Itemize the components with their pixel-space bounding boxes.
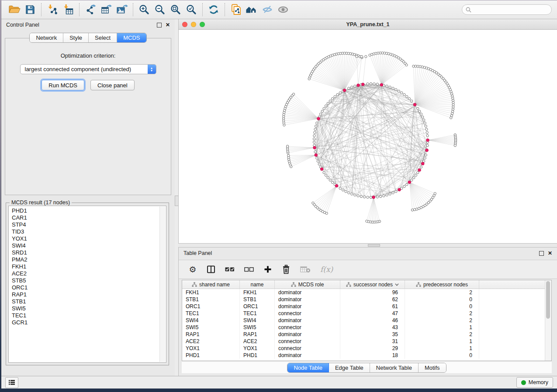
table-cell[interactable]: PHD1 xyxy=(240,352,275,359)
first-neighbors-button[interactable] xyxy=(244,2,259,17)
table-cell[interactable]: dominator xyxy=(275,296,340,303)
table-row[interactable]: SWI4SWI4dominator462 xyxy=(182,317,551,324)
import-network-button[interactable] xyxy=(45,2,60,17)
table-cell[interactable]: STB1 xyxy=(182,296,240,303)
table-cell[interactable]: TEC1 xyxy=(240,310,275,317)
table-cell[interactable]: 1 xyxy=(405,324,479,331)
table-scrollbar[interactable] xyxy=(545,280,551,361)
close-panel-icon[interactable]: ✕ xyxy=(166,22,170,28)
mcds-result-item[interactable]: ORC1 xyxy=(12,284,166,291)
zoom-out-button[interactable] xyxy=(152,2,168,17)
mcds-result-list[interactable]: PHD1CAR1STP4TID3YOX1SWI4SRD1PMA2FKH1ACE2… xyxy=(8,206,166,363)
table-cell[interactable]: 1 xyxy=(405,338,479,345)
table-row[interactable]: FKH1FKH1dominator962 xyxy=(182,289,551,296)
table-cell[interactable]: YOX1 xyxy=(182,345,240,352)
table-row[interactable]: TEC1TEC1connector472 xyxy=(182,310,551,317)
table-cell[interactable]: 2 xyxy=(405,317,479,324)
table-cell[interactable]: ACE2 xyxy=(240,338,275,345)
table-cell[interactable]: FKH1 xyxy=(240,289,275,296)
table-cell[interactable]: dominator xyxy=(275,303,340,310)
mcds-result-item[interactable]: CAR1 xyxy=(12,214,166,221)
float-panel-icon[interactable] xyxy=(539,251,544,256)
table-cell[interactable]: STB1 xyxy=(240,296,275,303)
table-cell[interactable]: RAP1 xyxy=(182,331,240,338)
table-cell[interactable]: TEC1 xyxy=(182,310,240,317)
zoom-fit-button[interactable] xyxy=(168,2,183,17)
table-cell[interactable]: 61 xyxy=(340,303,405,310)
table-cell[interactable]: connector xyxy=(275,338,340,345)
table-cell[interactable]: 2 xyxy=(405,331,479,338)
table-cell[interactable]: connector xyxy=(275,345,340,352)
table-cell[interactable]: 43 xyxy=(340,324,405,331)
mcds-result-item[interactable]: ACE2 xyxy=(12,270,166,277)
table-cell[interactable]: ORC1 xyxy=(182,303,240,310)
table-cell[interactable]: SWI4 xyxy=(182,317,240,324)
float-panel-icon[interactable] xyxy=(157,23,162,28)
task-history-button[interactable] xyxy=(5,377,18,388)
maximize-window-icon[interactable] xyxy=(200,22,205,27)
tab-edge-table[interactable]: Edge Table xyxy=(329,363,370,372)
table-cell[interactable]: ORC1 xyxy=(240,303,275,310)
table-cell[interactable]: SWI5 xyxy=(240,324,275,331)
export-image-button[interactable] xyxy=(114,2,130,17)
zoom-selected-button[interactable] xyxy=(183,2,199,17)
table-cell[interactable]: dominator xyxy=(275,289,340,296)
minimize-window-icon[interactable] xyxy=(191,22,196,27)
table-cell[interactable]: 29 xyxy=(340,345,405,352)
show-column-panel-button[interactable] xyxy=(207,264,215,275)
column-header-successor-nodes[interactable]: successor nodes xyxy=(340,280,405,289)
deselect-all-rows-button[interactable] xyxy=(244,264,254,275)
show-all-button[interactable] xyxy=(275,2,291,17)
table-cell[interactable]: dominator xyxy=(275,352,340,359)
table-cell[interactable]: 0 xyxy=(405,296,479,303)
tab-style[interactable]: Style xyxy=(63,33,89,42)
tab-node-table[interactable]: Node Table xyxy=(287,363,329,372)
export-network-button[interactable] xyxy=(83,2,98,17)
close-window-icon[interactable] xyxy=(182,22,187,27)
splitter-handle[interactable] xyxy=(368,244,380,247)
table-row[interactable]: RAP1RAP1dominator352 xyxy=(182,331,551,338)
hide-selected-button[interactable] xyxy=(259,2,275,17)
close-panel-icon[interactable]: ✕ xyxy=(548,251,552,256)
table-cell[interactable]: 2 xyxy=(405,310,479,317)
optimization-criterion-select[interactable]: largest connected component (undirected)… xyxy=(20,64,156,74)
table-cell[interactable]: 31 xyxy=(340,338,405,345)
table-cell[interactable]: PHD1 xyxy=(182,352,240,359)
table-cell[interactable]: 0 xyxy=(405,352,479,359)
duplicate-page-button[interactable] xyxy=(228,2,244,17)
mcds-list-scrollbar[interactable] xyxy=(159,206,166,362)
mcds-result-item[interactable]: PMA2 xyxy=(12,256,166,263)
search-field[interactable] xyxy=(462,4,552,15)
column-header-name[interactable]: name xyxy=(240,280,275,289)
table-cell[interactable]: FKH1 xyxy=(182,289,240,296)
refresh-button[interactable] xyxy=(206,2,221,17)
mcds-result-item[interactable]: SWI5 xyxy=(12,305,166,312)
select-all-rows-button[interactable] xyxy=(225,264,235,275)
table-cell[interactable]: 62 xyxy=(340,296,405,303)
table-cell[interactable]: 47 xyxy=(340,310,405,317)
table-row[interactable]: SWI5SWI5connector431 xyxy=(182,324,551,331)
tab-network[interactable]: Network xyxy=(30,33,63,42)
horizontal-splitter[interactable] xyxy=(178,243,557,248)
table-cell[interactable]: ACE2 xyxy=(182,338,240,345)
table-cell[interactable]: connector xyxy=(275,310,340,317)
scrollbar-thumb[interactable] xyxy=(546,281,550,319)
mcds-result-item[interactable]: YOX1 xyxy=(12,235,166,242)
delete-column-button[interactable] xyxy=(282,264,291,275)
mcds-result-item[interactable]: STB5 xyxy=(12,277,166,284)
network-graph[interactable] xyxy=(179,30,557,245)
mcds-result-item[interactable]: STB1 xyxy=(12,298,166,305)
mcds-result-item[interactable]: SRD1 xyxy=(12,249,166,256)
search-input[interactable] xyxy=(474,6,548,13)
column-header-mcds-role[interactable]: MCDS role xyxy=(275,280,340,289)
save-session-button[interactable] xyxy=(22,2,38,17)
table-row[interactable]: ACE2ACE2connector311 xyxy=(182,338,551,345)
table-row[interactable]: YOX1YOX1connector291 xyxy=(182,345,551,352)
table-cell[interactable]: 1 xyxy=(405,345,479,352)
export-table-button[interactable] xyxy=(98,2,114,17)
network-view-canvas[interactable] xyxy=(178,30,557,243)
table-row[interactable]: STB1STB1dominator620 xyxy=(182,296,551,303)
column-header-shared-name[interactable]: shared name xyxy=(182,280,240,289)
table-row[interactable]: ORC1ORC1dominator610 xyxy=(182,303,551,310)
run-mcds-button[interactable]: Run MCDS xyxy=(42,80,84,90)
